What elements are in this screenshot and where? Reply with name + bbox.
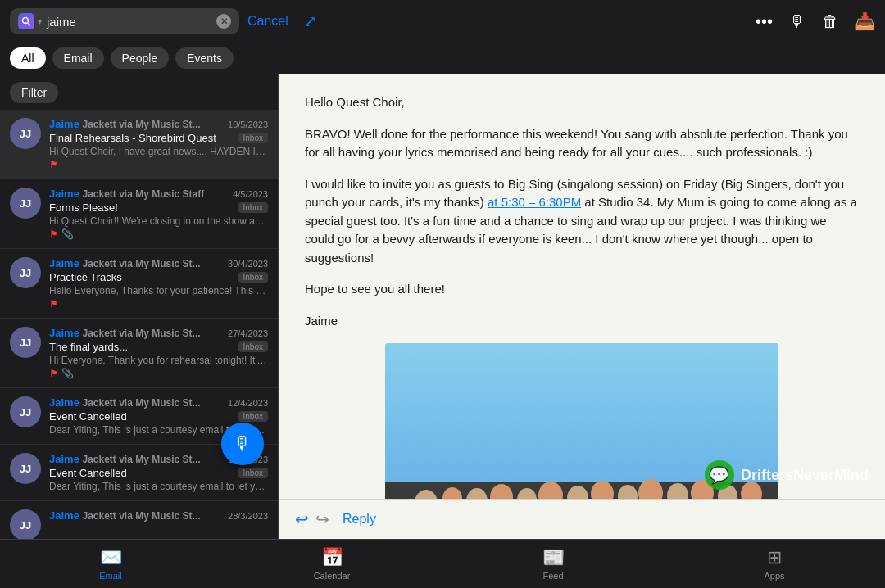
more-options-icon[interactable]: ••• [756,12,773,31]
sender-highlight: Jaime [49,396,79,409]
email-greeting: Hello Quest Choir, [305,93,859,112]
feed-nav-label: Feed [542,571,563,581]
search-box[interactable]: ▾ jaime ✕ [10,8,239,34]
email-preview: Hi Everyone, Thank you for rehearsal ton… [49,355,268,366]
email-subject-row: Event Cancelled Inbox [49,410,268,423]
email-body: Jaime Jackett via My Music St... 10/5/20… [49,118,268,170]
reply-nav: ↩ ↪ [295,509,329,529]
tab-events[interactable]: Events [175,47,234,69]
filter-button[interactable]: Filter [10,82,58,103]
email-meta-icons: ⚑ [49,298,268,310]
cancel-button[interactable]: Cancel [247,14,288,29]
list-item[interactable]: JJ Jaime Jackett via My Music St... 30/4… [0,249,278,319]
search-icon-wrap: ▾ [18,13,42,29]
main-content: Filter JJ Jaime Jackett via My Music St.… [0,74,885,539]
list-item[interactable]: JJ Jaime Jackett via My Music St... 10/5… [0,110,278,179]
trash-icon[interactable]: 🗑 [822,12,838,31]
sender-rest: Jackett via My Music Staff [83,188,205,200]
email-header: Jaime Jackett via My Music St... 12/4/20… [49,396,268,409]
watermark: 💬 DriftersNeverMind [705,460,869,490]
email-subject-row: Forms Please! Inbox [49,201,268,214]
sender-rest: Jackett via My Music St... [83,397,201,409]
attachment-icon: 📎 [61,228,74,240]
list-item[interactable]: JJ Jaime Jackett via My Music Staff 4/5/… [0,179,278,249]
expand-icon[interactable]: ⤢ [303,11,317,31]
sender-rest: Jackett via My Music St... [83,510,201,522]
sender-highlight: Jaime [49,188,79,200]
inbox-badge: Inbox [238,468,268,478]
chevron-down-icon: ▾ [38,17,42,26]
email-preview: Hi Quest Choir!! We're closing in on the… [49,215,268,227]
mic-fab-button[interactable]: 🎙 [221,423,264,465]
reply-button[interactable]: Reply [343,512,376,527]
tab-people[interactable]: People [111,47,170,69]
email-subject-row: Final Rehearsals - Shorebird Quest Inbox [49,132,268,144]
email-subject-row: Event Cancelled Inbox [49,467,268,479]
email-preview: Dear Yiting, This is just a courtesy ema… [49,481,268,492]
email-subject: Final Rehearsals - Shorebird Quest [49,132,216,144]
email-header: Jaime Jackett via My Music St... 10/5/20… [49,118,268,130]
email-header: Jaime Jackett via My Music St... 27/4/20… [49,327,268,339]
email-subject: Forms Please! [49,201,118,214]
top-icons: ••• 🎙 🗑 📥 [756,11,875,31]
email-para3: Hope to see you all there! [305,280,859,299]
sender-name: Jaime Jackett via My Music St... [49,118,201,130]
sender-name: Jaime Jackett via My Music St... [49,327,201,339]
sender-highlight: Jaime [49,118,79,130]
email-link[interactable]: at 5:30 – 6:30PM [488,195,581,209]
clear-search-button[interactable]: ✕ [216,14,231,29]
sender-name: Jaime Jackett via My Music St... [49,396,201,409]
email-subject: The final yards... [49,341,128,353]
flag-icon: ⚑ [49,368,58,379]
email-date: 12/4/2023 [228,398,268,408]
email-para1: BRAVO! Well done for the performance thi… [305,125,859,162]
email-date: 28/3/2023 [228,511,268,521]
nav-item-calendar[interactable]: 📅 Calendar [221,540,442,588]
search-input-value[interactable]: jaime [47,15,211,29]
list-item[interactable]: JJ Jaime Jackett via My Music St... 28/3… [0,501,278,539]
email-date: 27/4/2023 [228,328,268,338]
forward-icon[interactable]: ↪ [315,509,329,529]
sender-highlight: Jaime [49,327,79,339]
avatar: JJ [10,453,41,484]
email-meta-icons: ⚑ 📎 [49,228,268,240]
archive-icon[interactable]: 📥 [855,11,875,31]
avatar: JJ [10,509,41,539]
nav-item-email[interactable]: ✉️ Email [0,540,221,588]
sender-highlight: Jaime [49,509,79,522]
email-nav-icon: ✉️ [100,547,122,568]
tab-all[interactable]: All [10,47,46,69]
tab-email[interactable]: Email [52,47,104,69]
email-date: 4/5/2023 [233,189,268,199]
calendar-nav-icon: 📅 [321,547,343,568]
bottom-nav: ✉️ Email 📅 Calendar 📰 Feed ⊞ Apps [0,539,885,588]
email-header: Jaime Jackett via My Music St... 30/4/20… [49,257,268,269]
avatar: JJ [10,188,41,219]
watermark-text: DriftersNeverMind [741,467,869,484]
email-meta-icons: ⚑ 📎 [49,368,268,379]
microphone-icon[interactable]: 🎙 [789,12,806,31]
sender-rest: Jackett via My Music St... [83,328,201,339]
back-icon[interactable]: ↩ [295,509,309,529]
avatar: JJ [10,327,41,358]
email-subject: Event Cancelled [49,467,127,479]
list-item[interactable]: JJ Jaime Jackett via My Music St... 27/4… [0,319,278,388]
inbox-badge: Inbox [238,411,268,422]
email-para2: I would like to invite you as guests to … [305,175,859,268]
sender-name: Jaime Jackett via My Music St... [49,509,201,522]
avatar: JJ [10,118,41,149]
apps-nav-icon: ⊞ [767,547,782,568]
email-preview: Hi Quest Choir, I have great news.... HA… [49,146,268,157]
sender-name: Jaime Jackett via My Music St... [49,453,201,465]
sender-rest: Jackett via My Music St... [83,454,201,465]
watermark-logo: 💬 [705,460,734,490]
nav-item-apps[interactable]: ⊞ Apps [664,540,885,588]
inbox-badge: Inbox [238,133,268,143]
calendar-nav-label: Calendar [314,571,351,581]
attachment-icon: 📎 [61,368,74,379]
nav-item-feed[interactable]: 📰 Feed [442,540,664,588]
reply-label: Reply [343,512,376,527]
sender-highlight: Jaime [49,453,79,465]
inbox-badge: Inbox [238,272,268,283]
email-meta-icons: ⚑ [49,159,268,170]
